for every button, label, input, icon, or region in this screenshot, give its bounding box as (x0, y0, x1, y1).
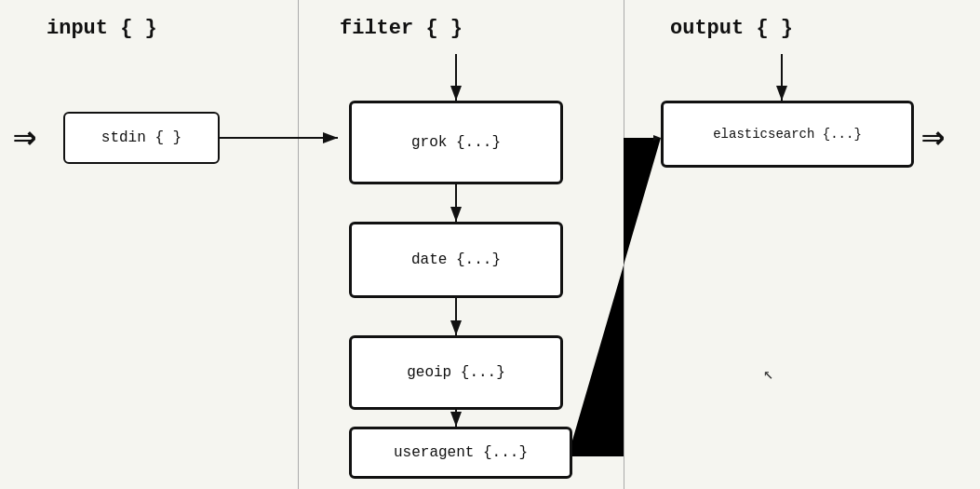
input-arrow: ⇒ (13, 119, 36, 158)
divider-2 (624, 0, 624, 489)
useragent-box: useragent {...} (349, 427, 572, 479)
input-section-label: input { } (47, 17, 157, 40)
grok-box: grok {...} (349, 101, 563, 184)
date-box: date {...} (349, 222, 563, 298)
output-section-label: output { } (670, 17, 793, 40)
diagram: input { } filter { } output { } ⇒ (0, 0, 980, 489)
stdin-box: stdin { } (63, 112, 220, 164)
divider-1 (298, 0, 299, 489)
geoip-box: geoip {...} (349, 335, 563, 410)
elasticsearch-box: elasticsearch {...} (661, 101, 914, 168)
filter-section-label: filter { } (340, 17, 463, 40)
cursor: ↖ (763, 363, 773, 384)
output-arrow: ⇒ (921, 119, 945, 158)
